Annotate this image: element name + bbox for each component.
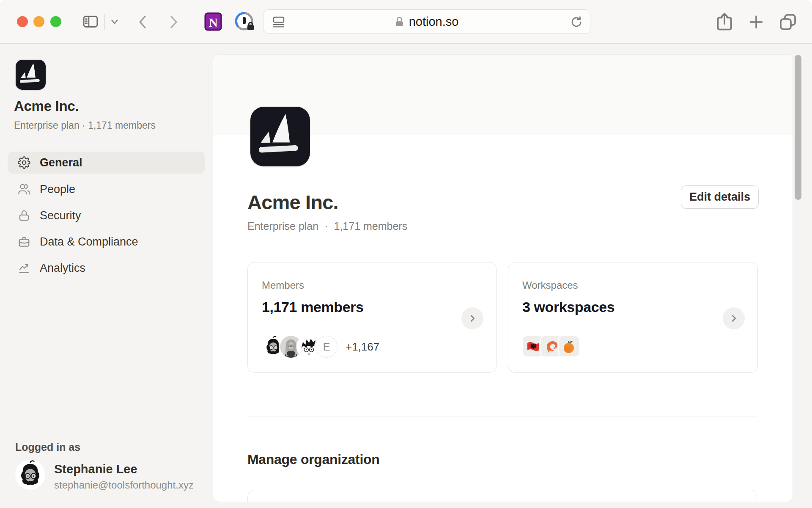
tangerine-emoji-icon [558,335,580,357]
manage-organization-card[interactable] [247,490,757,502]
section-divider [247,417,757,417]
sidebar-toggle-button[interactable] [81,13,100,30]
onepassword-extension-icon[interactable] [233,11,255,33]
members-card-headline: 1,171 members [262,299,364,315]
workspaces-card[interactable]: Workspaces 3 workspaces [508,262,758,373]
padlock-icon [395,16,404,28]
doodle-woman-avatar-icon [15,460,45,490]
toolbar-divider [104,14,105,30]
sidebar-item-security[interactable]: Security [8,204,205,226]
logged-in-as-label: Logged in as [15,441,80,453]
sidebar-item-data-compliance[interactable]: Data & Compliance [8,231,205,253]
page-title: Acme Inc. [247,190,338,214]
sidebar-org-logo [16,60,46,90]
gear-icon [18,156,30,169]
settings-main-panel: Acme Inc. Enterprise plan · 1,171 member… [213,54,793,502]
minimize-window-button[interactable] [33,16,44,27]
reload-button[interactable] [570,15,583,29]
chevron-right-icon [729,314,738,323]
address-bar[interactable]: notion.so [263,9,590,34]
members-card-label: Members [262,279,304,291]
people-icon [18,183,30,196]
sailboat-icon [250,107,310,166]
new-tab-button[interactable] [747,13,765,31]
user-avatar [15,460,45,490]
close-window-button[interactable] [17,16,28,27]
tab-overview-button[interactable] [778,12,798,32]
address-bar-center: notion.so [263,10,590,33]
workspaces-chevron-button[interactable] [723,307,745,329]
members-card[interactable]: Members 1,171 members [247,262,497,373]
page-scrollbar[interactable] [795,55,801,200]
back-button[interactable] [137,14,149,30]
browser-toolbar: N notion.so [0,0,812,44]
sidebar-item-label: Analytics [40,262,85,275]
share-button[interactable] [714,11,735,33]
sidebar-item-general[interactable]: General [8,152,205,174]
workspaces-card-headline: 3 workspaces [522,299,614,315]
overflow-count: +1,167 [346,340,379,353]
briefcase-icon [18,235,30,248]
sidebar-item-label: People [40,183,75,196]
zoom-window-button[interactable] [50,16,61,27]
members-chevron-button[interactable] [461,307,483,329]
safari-window: N notion.so [0,0,812,508]
sidebar-item-people[interactable]: People [8,178,205,200]
edit-details-button[interactable]: Edit details [681,185,759,209]
lock-icon [18,209,30,222]
svg-text:N: N [208,15,218,29]
separator-dot: · [324,220,328,232]
sidebar-org-name: Acme Inc. [14,98,79,114]
notion-extension-icon[interactable]: N [202,11,224,33]
user-email: stephanie@toolsforthought.xyz [54,479,194,491]
member-avatar-stack: E +1,167 [261,334,379,359]
sidebar-item-label: Security [40,209,81,222]
chevron-right-icon [468,314,477,323]
workspaces-card-label: Workspaces [522,279,578,291]
org-logo [250,107,310,166]
sailboat-icon [16,60,46,90]
sidebar-item-label: General [40,156,82,169]
sidebar-item-analytics[interactable]: Analytics [8,257,205,279]
org-subtitle: Enterprise plan · 1,171 members [247,220,407,232]
sidebar-dropdown-chevron-icon[interactable] [109,18,120,26]
member-count-label: 1,171 members [334,220,407,232]
workspace-icon-row [522,335,580,357]
trend-chart-icon [18,262,30,274]
overflow-letter-avatar: E [314,334,339,359]
sidebar-org-meta: Enterprise plan · 1,171 members [14,120,156,131]
manage-organization-heading: Manage organization [247,452,380,467]
url-text: notion.so [409,15,459,29]
plan-label: Enterprise plan [247,220,318,232]
forward-button[interactable] [167,14,180,30]
user-name: Stephanie Lee [54,462,137,476]
sidebar-item-label: Data & Compliance [40,235,138,248]
